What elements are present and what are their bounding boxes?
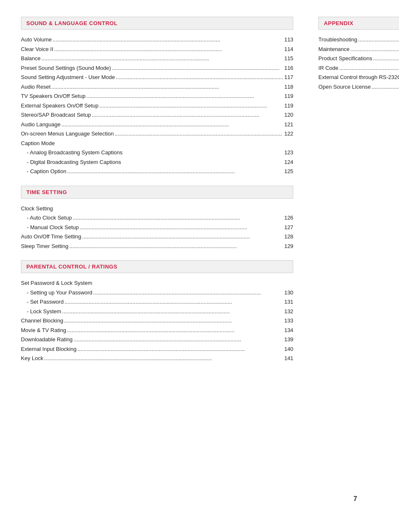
entry-label: - Caption Option xyxy=(27,167,66,176)
entry-page: 129 xyxy=(284,242,294,251)
section-header-sound: SOUND & LANGUAGE CONTROL xyxy=(21,17,293,30)
entry-page: 122 xyxy=(284,130,294,138)
entry-dots: ........................................… xyxy=(69,242,283,251)
toc-entry: Clock Setting xyxy=(21,205,293,213)
entry-page: 124 xyxy=(284,158,294,166)
toc-entry: Stereo/SAP Broadcast Setup..............… xyxy=(21,111,293,119)
entry-dots: ........................................… xyxy=(93,289,284,297)
entry-page: 141 xyxy=(284,354,294,363)
entry-page: 133 xyxy=(284,317,294,325)
toc-entry: Auto On/Off Time Setting................… xyxy=(21,233,293,241)
entry-label: On-screen Menus Language Selection xyxy=(21,130,114,138)
section-title-parental: PARENTAL CONTROL / RATINGS xyxy=(26,263,118,270)
entry-dots: ........................................… xyxy=(67,167,284,176)
entry-page: 139 xyxy=(284,335,294,344)
entry-page: 128 xyxy=(284,233,294,241)
entry-label: Movie & TV Rating xyxy=(21,326,66,335)
toc-entry: External Control through RS-232C........… xyxy=(318,73,399,82)
entry-page: 115 xyxy=(284,54,294,63)
toc-entry: On-screen Menus Language Selection......… xyxy=(21,130,293,138)
toc-entry: External Input Blocking.................… xyxy=(21,345,293,353)
entry-dots: ........................................… xyxy=(339,64,399,72)
entry-label: Key Lock xyxy=(21,354,43,363)
toc-entry: - Set Password..........................… xyxy=(21,298,293,306)
entry-page: 119 xyxy=(284,102,294,110)
entry-label: Product Specifications xyxy=(318,54,372,63)
toc-entry: - Auto Clock Setup......................… xyxy=(21,214,293,222)
section-title-time: TIME SETTING xyxy=(26,189,67,195)
entry-label: External Speakers On/Off Setup xyxy=(21,102,98,110)
entry-label: Sound Setting Adjustment - User Mode xyxy=(21,73,115,82)
section-title-appendix: APPENDIX xyxy=(324,20,353,26)
entry-page: 120 xyxy=(284,111,294,119)
entry-label: - Lock System xyxy=(27,307,61,316)
entry-dots: ........................................… xyxy=(61,120,284,129)
entry-label: Stereo/SAP Broadcast Setup xyxy=(21,111,91,119)
entry-label: Preset Sound Settings (Sound Mode) xyxy=(21,64,111,72)
entry-dots: ........................................… xyxy=(62,307,283,316)
toc-entry: TV Speakers On/Off Setup................… xyxy=(21,92,293,100)
entry-page: 127 xyxy=(284,223,294,232)
entry-label: - Manual Clock Setup xyxy=(27,223,79,232)
toc-entry: External Speakers On/Off Setup..........… xyxy=(21,102,293,110)
entry-page: 116 xyxy=(284,64,294,72)
toc-entry: Channel Blocking........................… xyxy=(21,317,293,325)
entry-dots: ........................................… xyxy=(99,102,283,110)
entry-page: 134 xyxy=(284,326,294,335)
section-header-time: TIME SETTING xyxy=(21,186,293,199)
entry-page: 125 xyxy=(284,167,294,176)
toc-entry: Set Password & Lock System xyxy=(21,279,293,287)
entry-label: IR Code xyxy=(318,64,338,72)
toc-layout: SOUND & LANGUAGE CONTROLAuto Volume.....… xyxy=(21,17,378,373)
entry-page: 117 xyxy=(284,73,294,82)
toc-entry: Key Lock................................… xyxy=(21,354,293,363)
section-sound: SOUND & LANGUAGE CONTROLAuto Volume.....… xyxy=(21,17,293,176)
entry-page: 126 xyxy=(284,214,294,222)
entry-label: Audio Language xyxy=(21,120,61,129)
entry-dots: ........................................… xyxy=(74,335,284,344)
entry-label: Sleep Timer Setting xyxy=(21,242,68,251)
entry-page: 114 xyxy=(284,45,294,54)
entry-label: Audio Reset xyxy=(21,83,51,91)
toc-entry: - Analog Broadcasting System Captions123 xyxy=(21,148,293,157)
entry-label: - Analog Broadcasting System Captions xyxy=(27,148,123,157)
toc-entry: IR Code.................................… xyxy=(318,64,399,72)
entry-dots: ........................................… xyxy=(51,83,284,91)
entry-dots: ........................................… xyxy=(73,214,284,222)
entry-dots: ........................................… xyxy=(371,83,399,91)
section-appendix: APPENDIXTroubleshooting.................… xyxy=(318,17,399,91)
entry-dots: ........................................… xyxy=(116,73,284,82)
toc-entry: Balance.................................… xyxy=(21,54,293,63)
page-number: 7 xyxy=(353,495,357,503)
toc-entry: Caption Mode xyxy=(21,139,293,148)
entry-dots: ........................................… xyxy=(358,36,399,44)
entry-dots: ........................................… xyxy=(44,354,283,363)
entry-dots: ........................................… xyxy=(54,45,283,54)
entry-label: Auto Volume xyxy=(21,36,52,44)
entry-label: External Control through RS-232C xyxy=(318,73,399,82)
section-parental: PARENTAL CONTROL / RATINGSSet Password &… xyxy=(21,260,293,363)
toc-entry: Sleep Timer Setting.....................… xyxy=(21,242,293,251)
entry-label: Set Password & Lock System xyxy=(21,279,92,287)
toc-entry: - Setting up Your Password..............… xyxy=(21,289,293,297)
toc-entry: Preset Sound Settings (Sound Mode)......… xyxy=(21,64,293,72)
entry-label: - Auto Clock Setup xyxy=(27,214,72,222)
toc-entry: Audio Reset.............................… xyxy=(21,83,293,91)
toc-entry: Audio Language..........................… xyxy=(21,120,293,129)
toc-entry: Movie & TV Rating.......................… xyxy=(21,326,293,335)
entry-label: - Setting up Your Password xyxy=(27,289,92,297)
entry-dots: ........................................… xyxy=(82,233,283,241)
entry-dots: ........................................… xyxy=(86,92,283,100)
entry-dots: ........................................… xyxy=(64,317,283,325)
entry-page: 130 xyxy=(284,289,294,297)
right-column: APPENDIXTroubleshooting.................… xyxy=(314,17,399,373)
entry-label: Caption Mode xyxy=(21,139,55,148)
entry-page: 118 xyxy=(284,83,294,91)
entry-dots: ........................................… xyxy=(92,111,283,119)
entry-dots: ........................................… xyxy=(112,64,283,72)
toc-entry: Open Source License.....................… xyxy=(318,83,399,91)
entry-label: - Set Password xyxy=(27,298,64,306)
section-time: TIME SETTINGClock Setting- Auto Clock Se… xyxy=(21,186,293,251)
entry-dots: ........................................… xyxy=(64,298,284,306)
entry-page: 132 xyxy=(284,307,294,316)
